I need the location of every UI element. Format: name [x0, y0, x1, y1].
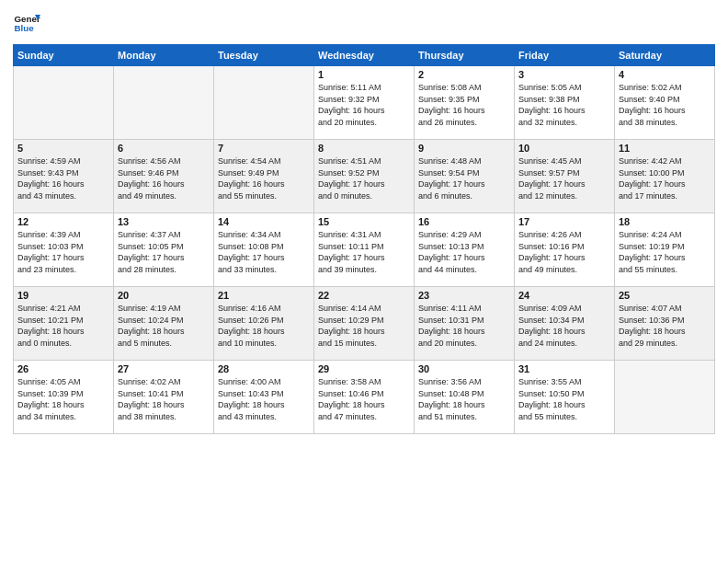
- day-number: 18: [619, 216, 711, 227]
- day-number: 7: [218, 143, 310, 154]
- day-info: Sunrise: 4:34 AM Sunset: 10:08 PM Daylig…: [218, 229, 310, 275]
- day-info: Sunrise: 4:14 AM Sunset: 10:29 PM Daylig…: [318, 303, 410, 349]
- day-info: Sunrise: 3:56 AM Sunset: 10:48 PM Daylig…: [418, 376, 510, 422]
- day-number: 16: [418, 216, 510, 227]
- page: General Blue SundayMondayTuesdayWednesda…: [0, 0, 728, 563]
- calendar-table: SundayMondayTuesdayWednesdayThursdayFrid…: [13, 44, 715, 434]
- day-info: Sunrise: 4:09 AM Sunset: 10:34 PM Daylig…: [518, 303, 610, 349]
- day-number: 24: [518, 290, 610, 301]
- day-number: 10: [518, 143, 610, 154]
- calendar-cell: 25Sunrise: 4:07 AM Sunset: 10:36 PM Dayl…: [615, 287, 715, 361]
- day-number: 3: [518, 69, 610, 80]
- week-row-1: 1Sunrise: 5:11 AM Sunset: 9:32 PM Daylig…: [14, 66, 715, 140]
- day-info: Sunrise: 5:05 AM Sunset: 9:38 PM Dayligh…: [518, 82, 610, 128]
- calendar-cell: [114, 66, 214, 140]
- calendar-cell: [14, 66, 114, 140]
- calendar-cell: 26Sunrise: 4:05 AM Sunset: 10:39 PM Dayl…: [14, 361, 114, 434]
- day-number: 20: [118, 290, 210, 301]
- day-number: 4: [619, 69, 711, 80]
- day-number: 19: [17, 290, 109, 301]
- day-number: 14: [218, 216, 310, 227]
- day-number: 22: [318, 290, 410, 301]
- day-info: Sunrise: 4:24 AM Sunset: 10:19 PM Daylig…: [619, 229, 711, 275]
- week-row-3: 12Sunrise: 4:39 AM Sunset: 10:03 PM Dayl…: [14, 213, 715, 287]
- day-number: 25: [619, 290, 711, 301]
- calendar-cell: [214, 66, 314, 140]
- day-number: 26: [17, 363, 109, 374]
- day-info: Sunrise: 4:48 AM Sunset: 9:54 PM Dayligh…: [418, 155, 510, 201]
- day-info: Sunrise: 4:37 AM Sunset: 10:05 PM Daylig…: [118, 229, 210, 275]
- day-number: 5: [17, 143, 109, 154]
- calendar-cell: 19Sunrise: 4:21 AM Sunset: 10:21 PM Dayl…: [14, 287, 114, 361]
- calendar-cell: 28Sunrise: 4:00 AM Sunset: 10:43 PM Dayl…: [214, 361, 314, 434]
- week-row-4: 19Sunrise: 4:21 AM Sunset: 10:21 PM Dayl…: [14, 287, 715, 361]
- day-number: 31: [518, 363, 610, 374]
- week-row-2: 5Sunrise: 4:59 AM Sunset: 9:43 PM Daylig…: [14, 140, 715, 213]
- day-number: 8: [318, 143, 410, 154]
- weekday-header-row: SundayMondayTuesdayWednesdayThursdayFrid…: [14, 45, 715, 66]
- day-info: Sunrise: 4:59 AM Sunset: 9:43 PM Dayligh…: [17, 155, 109, 201]
- day-number: 9: [418, 143, 510, 154]
- calendar-cell: 10Sunrise: 4:45 AM Sunset: 9:57 PM Dayli…: [515, 140, 615, 213]
- day-number: 15: [318, 216, 410, 227]
- calendar-cell: 21Sunrise: 4:16 AM Sunset: 10:26 PM Dayl…: [214, 287, 314, 361]
- logo-icon: General Blue: [13, 9, 40, 37]
- day-info: Sunrise: 4:29 AM Sunset: 10:13 PM Daylig…: [418, 229, 510, 275]
- day-number: 6: [118, 143, 210, 154]
- logo: General Blue: [13, 9, 40, 37]
- day-info: Sunrise: 5:11 AM Sunset: 9:32 PM Dayligh…: [318, 82, 410, 128]
- day-info: Sunrise: 4:05 AM Sunset: 10:39 PM Daylig…: [17, 376, 109, 422]
- day-info: Sunrise: 4:45 AM Sunset: 9:57 PM Dayligh…: [518, 155, 610, 201]
- calendar-cell: 13Sunrise: 4:37 AM Sunset: 10:05 PM Dayl…: [114, 213, 214, 287]
- day-info: Sunrise: 4:07 AM Sunset: 10:36 PM Daylig…: [619, 303, 711, 349]
- day-info: Sunrise: 4:42 AM Sunset: 10:00 PM Daylig…: [619, 155, 711, 201]
- calendar-cell: 31Sunrise: 3:55 AM Sunset: 10:50 PM Dayl…: [515, 361, 615, 434]
- day-number: 13: [118, 216, 210, 227]
- day-number: 30: [418, 363, 510, 374]
- weekday-header-sunday: Sunday: [14, 45, 114, 66]
- calendar-cell: 7Sunrise: 4:54 AM Sunset: 9:49 PM Daylig…: [214, 140, 314, 213]
- calendar-cell: 15Sunrise: 4:31 AM Sunset: 10:11 PM Dayl…: [314, 213, 415, 287]
- day-info: Sunrise: 4:56 AM Sunset: 9:46 PM Dayligh…: [118, 155, 210, 201]
- day-info: Sunrise: 5:08 AM Sunset: 9:35 PM Dayligh…: [418, 82, 510, 128]
- calendar-cell: 12Sunrise: 4:39 AM Sunset: 10:03 PM Dayl…: [14, 213, 114, 287]
- calendar-cell: 9Sunrise: 4:48 AM Sunset: 9:54 PM Daylig…: [415, 140, 515, 213]
- calendar-cell: 20Sunrise: 4:19 AM Sunset: 10:24 PM Dayl…: [114, 287, 214, 361]
- calendar-cell: 18Sunrise: 4:24 AM Sunset: 10:19 PM Dayl…: [615, 213, 715, 287]
- day-info: Sunrise: 4:16 AM Sunset: 10:26 PM Daylig…: [218, 303, 310, 349]
- calendar-cell: 23Sunrise: 4:11 AM Sunset: 10:31 PM Dayl…: [415, 287, 515, 361]
- weekday-header-saturday: Saturday: [615, 45, 715, 66]
- day-info: Sunrise: 3:58 AM Sunset: 10:46 PM Daylig…: [318, 376, 410, 422]
- day-number: 21: [218, 290, 310, 301]
- calendar-cell: [615, 361, 715, 434]
- calendar-cell: 6Sunrise: 4:56 AM Sunset: 9:46 PM Daylig…: [114, 140, 214, 213]
- calendar-cell: 1Sunrise: 5:11 AM Sunset: 9:32 PM Daylig…: [314, 66, 415, 140]
- day-info: Sunrise: 4:26 AM Sunset: 10:16 PM Daylig…: [518, 229, 610, 275]
- day-info: Sunrise: 4:54 AM Sunset: 9:49 PM Dayligh…: [218, 155, 310, 201]
- header: General Blue: [13, 9, 715, 37]
- calendar-cell: 22Sunrise: 4:14 AM Sunset: 10:29 PM Dayl…: [314, 287, 415, 361]
- day-info: Sunrise: 4:51 AM Sunset: 9:52 PM Dayligh…: [318, 155, 410, 201]
- day-number: 11: [619, 143, 711, 154]
- day-info: Sunrise: 5:02 AM Sunset: 9:40 PM Dayligh…: [619, 82, 711, 128]
- calendar-cell: 30Sunrise: 3:56 AM Sunset: 10:48 PM Dayl…: [415, 361, 515, 434]
- day-info: Sunrise: 4:11 AM Sunset: 10:31 PM Daylig…: [418, 303, 510, 349]
- day-info: Sunrise: 4:00 AM Sunset: 10:43 PM Daylig…: [218, 376, 310, 422]
- day-number: 2: [418, 69, 510, 80]
- calendar-cell: 24Sunrise: 4:09 AM Sunset: 10:34 PM Dayl…: [515, 287, 615, 361]
- day-info: Sunrise: 4:02 AM Sunset: 10:41 PM Daylig…: [118, 376, 210, 422]
- day-number: 27: [118, 363, 210, 374]
- weekday-header-wednesday: Wednesday: [314, 45, 415, 66]
- weekday-header-thursday: Thursday: [415, 45, 515, 66]
- calendar-cell: 16Sunrise: 4:29 AM Sunset: 10:13 PM Dayl…: [415, 213, 515, 287]
- calendar-cell: 4Sunrise: 5:02 AM Sunset: 9:40 PM Daylig…: [615, 66, 715, 140]
- day-info: Sunrise: 4:19 AM Sunset: 10:24 PM Daylig…: [118, 303, 210, 349]
- calendar-cell: 2Sunrise: 5:08 AM Sunset: 9:35 PM Daylig…: [415, 66, 515, 140]
- calendar-cell: 14Sunrise: 4:34 AM Sunset: 10:08 PM Dayl…: [214, 213, 314, 287]
- day-number: 28: [218, 363, 310, 374]
- weekday-header-friday: Friday: [515, 45, 615, 66]
- calendar-cell: 27Sunrise: 4:02 AM Sunset: 10:41 PM Dayl…: [114, 361, 214, 434]
- week-row-5: 26Sunrise: 4:05 AM Sunset: 10:39 PM Dayl…: [14, 361, 715, 434]
- calendar-cell: 8Sunrise: 4:51 AM Sunset: 9:52 PM Daylig…: [314, 140, 415, 213]
- day-info: Sunrise: 4:21 AM Sunset: 10:21 PM Daylig…: [17, 303, 109, 349]
